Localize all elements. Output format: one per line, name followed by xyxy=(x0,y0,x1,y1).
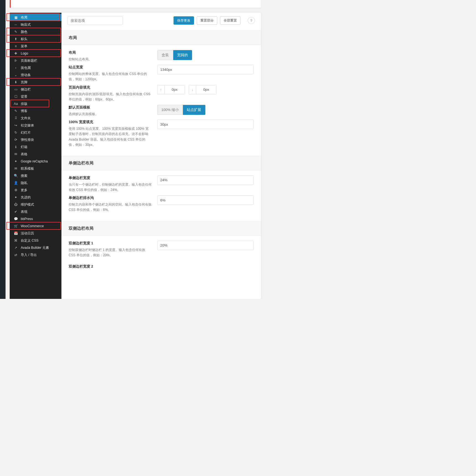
sidebar-item-3[interactable]: ⬆标头 xyxy=(10,35,61,43)
sidebar-label-4: 菜单 xyxy=(21,44,27,49)
options-panel: ▦布局↔响应式✎颜色⬆标头≡菜单✚Logo⊪页面标题栏›面包屑⌄滑动条⬇页脚▭侧… xyxy=(10,13,261,299)
sidebar-item-25[interactable]: ✦先进的 xyxy=(10,194,61,201)
reset-all-button[interactable]: 全部重置 xyxy=(220,16,240,25)
padding-bottom-input[interactable] xyxy=(196,85,216,94)
full-padding-desc: 使用 100% 站点宽度、100% 宽度页面模板或 100% 宽度帖子选项时，控… xyxy=(69,126,152,148)
sidebar-item-30[interactable]: 📅活动日历 xyxy=(10,230,61,237)
sidebar-icon-3: ⬆ xyxy=(14,37,18,41)
sidebar-icon-23: 👤 xyxy=(14,181,18,185)
single-gutter-input[interactable] xyxy=(157,195,254,205)
field-layout: 布局 控制站点布局。 盒装 宽阔的 xyxy=(61,45,261,64)
options-sidebar: ▦布局↔响应式✎颜色⬆标头≡菜单✚Logo⊪页面标题栏›面包屑⌄滑动条⬇页脚▭侧… xyxy=(10,13,61,299)
sidebar-label-32: Avada Builder 元素 xyxy=(21,245,49,250)
sidebar-item-32[interactable]: ↗Avada Builder 元素 xyxy=(10,244,61,251)
sidebar-icon-26: ⏻ xyxy=(14,203,18,206)
sidebar-item-29[interactable]: 🛒WooCommerce xyxy=(10,223,61,230)
layout-desc: 控制站点布局。 xyxy=(69,57,152,62)
sidebar-item-7[interactable]: ›面包屑 xyxy=(10,64,61,71)
sidebar-item-0[interactable]: ▦布局 xyxy=(10,14,61,21)
sidebar-item-8[interactable]: ⌄滑动条 xyxy=(10,71,61,79)
sidebar-icon-25: ✦ xyxy=(14,195,18,199)
sidebar-item-12[interactable]: Aa排版 xyxy=(10,100,61,107)
sidebar-item-10[interactable]: ▭侧边栏 xyxy=(10,86,61,93)
sidebar-label-1: 响应式 xyxy=(21,22,31,27)
template-100-button[interactable]: 100% 缩小 xyxy=(157,105,183,115)
reset-section-button[interactable]: 重置部分 xyxy=(197,16,217,25)
sidebar-item-17[interactable]: ⟳弹性滑块 xyxy=(10,136,61,143)
sidebar-item-4[interactable]: ≡菜单 xyxy=(10,43,61,50)
sidebar-label-25: 先进的 xyxy=(21,195,31,200)
dual-width1-title: 双侧边栏宽度 1 xyxy=(69,241,152,246)
default-template-title: 默认页面模板 xyxy=(69,105,152,110)
sidebar-item-19[interactable]: ✉表格 xyxy=(10,151,61,158)
field-site-width: 站点宽度 控制网站的整体宽度。输入包含任何有效 CSS 单位的值，例如：1200… xyxy=(61,64,261,84)
sidebar-icon-15: ↪ xyxy=(14,123,18,127)
sidebar-item-1[interactable]: ↔响应式 xyxy=(10,21,61,28)
sidebar-label-20: Google reCaptcha xyxy=(21,159,48,163)
sidebar-item-6[interactable]: ⊪页面标题栏 xyxy=(10,57,61,64)
sidebar-item-20[interactable]: ✦Google reCaptcha xyxy=(10,158,61,165)
sidebar-item-24[interactable]: ⚙更多 xyxy=(10,187,61,194)
sidebar-item-21[interactable]: ✉联系模板 xyxy=(10,165,61,172)
sidebar-label-3: 标头 xyxy=(21,37,27,42)
sidebar-item-28[interactable]: 💬bbPress xyxy=(10,215,61,223)
sidebar-label-16: 幻灯片 xyxy=(21,130,31,135)
sidebar-item-33[interactable]: ⇄导入 / 导出 xyxy=(10,251,61,258)
sidebar-icon-6: ⊪ xyxy=(14,59,18,63)
sidebar-label-12: 排版 xyxy=(21,102,27,106)
sidebar-label-13: 博客 xyxy=(21,109,27,113)
sidebar-icon-14: ⠿ xyxy=(14,116,18,120)
site-width-input[interactable] xyxy=(157,65,254,74)
sidebar-item-27[interactable]: ✔表现 xyxy=(10,208,61,215)
top-notice-card xyxy=(10,0,261,8)
field-dual-width1: 双侧边栏宽度 1 控制双侧边栏时侧边栏 1 的宽度。输入包含任何有效 CSS 单… xyxy=(61,236,261,260)
sidebar-item-15[interactable]: ↪社交媒体 xyxy=(10,122,61,129)
layout-toggle: 盒装 宽阔的 xyxy=(157,50,192,60)
sidebar-item-16[interactable]: ↻幻灯片 xyxy=(10,129,61,136)
layout-boxed-button[interactable]: 盒装 xyxy=(157,50,173,60)
sidebar-label-22: 搜索 xyxy=(21,174,27,178)
sidebar-icon-32: ↗ xyxy=(14,246,18,250)
sidebar-item-9[interactable]: ⬇页脚 xyxy=(10,79,61,86)
field-page-padding: 页面内容填充 控制页面内容的顶部/底部填充。输入包含任何有效 CSS 单位的值，… xyxy=(61,84,261,104)
layout-wide-button[interactable]: 宽阔的 xyxy=(173,50,192,60)
sidebar-icon-33: ⇄ xyxy=(14,253,18,257)
single-width-desc: 当只有一个侧边栏时，控制侧边栏的宽度。输入包含任何有效 CSS 单位的值，例如：… xyxy=(69,182,152,193)
sidebar-item-5[interactable]: ✚Logo xyxy=(10,50,61,57)
sidebar-item-14[interactable]: ⠿文件夹 xyxy=(10,115,61,122)
sidebar-icon-19: ✉ xyxy=(14,152,18,156)
toolbar: 保存更改 重置部分 全部重置 ? xyxy=(61,13,261,28)
sidebar-item-18[interactable]: ℹ灯箱 xyxy=(10,143,61,151)
sidebar-item-31[interactable]: ⌘自定义 CSS xyxy=(10,237,61,244)
sidebar-label-21: 联系模板 xyxy=(21,166,34,171)
dual-width2-title: 双侧边栏宽度 2 xyxy=(61,260,261,269)
sidebar-label-31: 自定义 CSS xyxy=(21,238,38,243)
sidebar-item-22[interactable]: 🔍搜索 xyxy=(10,172,61,179)
wp-admin-rail xyxy=(0,0,6,299)
sidebar-icon-1: ↔ xyxy=(14,23,18,27)
sidebar-icon-9: ⬇ xyxy=(14,80,18,84)
sidebar-item-23[interactable]: 👤隐私 xyxy=(10,179,61,187)
single-gutter-title: 单侧边栏排水沟 xyxy=(69,195,152,200)
field-default-template: 默认页面模板 选择默认页面模板。 100% 缩小 站点扩展 xyxy=(61,104,261,119)
page-padding-desc: 控制页面内容的顶部/底部填充。输入包含任何有效 CSS 单位的值，例如：60px… xyxy=(69,92,152,102)
options-content: 保存更改 重置部分 全部重置 ? 布局 布局 控制站点布局。 盒装 宽阔的 xyxy=(61,13,261,299)
sidebar-item-11[interactable]: ☐背景 xyxy=(10,93,61,100)
save-button[interactable]: 保存更改 xyxy=(174,16,194,25)
sidebar-item-2[interactable]: ✎颜色 xyxy=(10,28,61,35)
single-gutter-desc: 控制主内容和单个侧边栏之间的空间。输入包含任何有效 CSS 单位的值，例如：6%… xyxy=(69,202,152,213)
sidebar-icon-21: ✉ xyxy=(14,167,18,170)
sidebar-icon-30: 📅 xyxy=(14,231,18,235)
sidebar-label-27: 表现 xyxy=(21,209,27,214)
help-icon[interactable]: ? xyxy=(248,17,255,24)
sidebar-icon-18: ℹ xyxy=(14,145,18,149)
sidebar-item-13[interactable]: ✎博客 xyxy=(10,107,61,115)
padding-top-input[interactable] xyxy=(164,85,185,94)
sidebar-item-26[interactable]: ⏻维护模式 xyxy=(10,201,61,208)
template-sitewide-button[interactable]: 站点扩展 xyxy=(183,105,205,115)
full-padding-input[interactable] xyxy=(157,120,254,129)
single-width-input[interactable] xyxy=(157,175,254,185)
search-input[interactable] xyxy=(68,16,123,25)
sidebar-icon-2: ✎ xyxy=(14,30,18,34)
dual-width1-input[interactable] xyxy=(157,241,254,250)
